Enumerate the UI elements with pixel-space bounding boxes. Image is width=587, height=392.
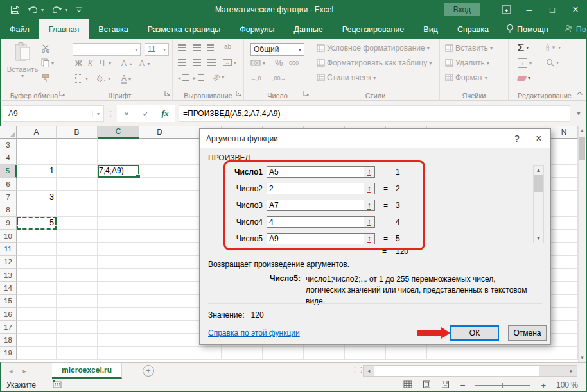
cell-A13[interactable] xyxy=(17,269,57,282)
cell-G19[interactable] xyxy=(263,347,304,360)
horizontal-scrollbar[interactable]: ◂ ▸ xyxy=(363,365,577,377)
wrap-text-button[interactable]: ab xyxy=(224,43,231,50)
dialog-scroll-up-icon[interactable]: ▲ xyxy=(534,166,543,175)
zoom-slider[interactable] xyxy=(475,385,530,386)
cell-D3[interactable] xyxy=(139,139,180,151)
row-header-15[interactable]: 15 xyxy=(0,295,17,308)
row-header-6[interactable]: 6 xyxy=(0,178,17,191)
decrease-decimal-button[interactable]: ,00→ xyxy=(272,75,286,81)
cell-C5[interactable]: 7;4;A9) xyxy=(98,165,139,178)
copy-button[interactable]: ▾ xyxy=(41,58,54,67)
cell-A9[interactable]: 5 xyxy=(17,217,57,230)
cell-C17[interactable] xyxy=(98,321,139,334)
scroll-up-icon[interactable]: ▲ xyxy=(579,126,586,135)
name-box-dropdown-icon[interactable]: ▾ xyxy=(92,111,103,117)
tab-разметка-страницы[interactable]: Разметка страницы xyxy=(138,19,230,39)
tab-данные[interactable]: Данные xyxy=(285,19,333,39)
cell-N7[interactable] xyxy=(550,191,578,203)
ok-button[interactable]: ОК xyxy=(450,325,499,341)
cell-A19[interactable] xyxy=(17,347,57,360)
cell-C15[interactable] xyxy=(98,295,139,308)
italic-button[interactable]: К xyxy=(88,59,92,68)
cell-B12[interactable] xyxy=(57,256,98,269)
cell-C16[interactable] xyxy=(98,308,139,321)
cell-D16[interactable] xyxy=(139,308,180,321)
cell-C9[interactable] xyxy=(98,217,139,230)
styles-item-2[interactable]: Стили ячеек▾ xyxy=(317,73,376,82)
cell-C6[interactable] xyxy=(98,178,139,191)
cell-C7[interactable] xyxy=(98,191,139,203)
minimize-button[interactable]: ─ xyxy=(518,0,541,19)
row-header-13[interactable]: 13 xyxy=(0,269,17,282)
cell-C13[interactable] xyxy=(98,269,139,282)
row-header-10[interactable]: 10 xyxy=(0,230,17,243)
share-button[interactable]: Поделиться xyxy=(556,19,587,39)
percent-style-button[interactable]: % xyxy=(275,58,283,68)
cell-A12[interactable] xyxy=(17,256,57,269)
undo-dropdown-icon[interactable]: ▾ xyxy=(41,7,44,13)
cell-A8[interactable] xyxy=(17,203,57,216)
increase-indent-icon[interactable]: ▸ xyxy=(193,74,204,81)
zoom-out-icon[interactable]: − xyxy=(460,380,465,390)
align-center-icon[interactable] xyxy=(193,59,201,66)
scroll-down-icon[interactable]: ▼ xyxy=(579,353,586,362)
cell-D13[interactable] xyxy=(139,269,180,282)
row-header-8[interactable]: 8 xyxy=(0,203,17,216)
cell-A10[interactable] xyxy=(17,230,57,243)
ribbon-display-options-icon[interactable] xyxy=(495,0,518,19)
customize-qat-icon[interactable] xyxy=(75,6,83,13)
insert-function-icon[interactable]: fx xyxy=(155,105,175,122)
cell-D7[interactable] xyxy=(139,191,180,203)
name-box[interactable]: A9▾ xyxy=(3,105,104,122)
row-header-11[interactable]: 11 xyxy=(0,243,17,255)
font-color-button[interactable]: А▾ xyxy=(121,74,131,84)
fill-button[interactable]: ↓▾ xyxy=(518,58,532,68)
tab-вид[interactable]: Вид xyxy=(414,19,448,39)
cell-D17[interactable] xyxy=(139,321,180,334)
prev-sheet-icon[interactable]: ◂ xyxy=(9,367,13,375)
accounting-format-button[interactable]: ▾ xyxy=(250,59,265,67)
paste-button[interactable]: Вставить ▾ xyxy=(6,42,39,79)
tab-splitter-handle[interactable]: ⋮⋮ xyxy=(351,366,364,374)
cell-B18[interactable] xyxy=(57,334,98,346)
sheet-tab[interactable]: microexcel.ru xyxy=(52,363,122,379)
cell-B8[interactable] xyxy=(57,203,98,216)
cell-N4[interactable] xyxy=(550,151,578,164)
font-name-combobox[interactable]: ▾ xyxy=(73,43,141,56)
cell-C12[interactable] xyxy=(98,256,139,269)
cell-L19[interactable] xyxy=(468,347,509,360)
tab-формулы[interactable]: Формулы xyxy=(230,19,284,39)
column-header-D[interactable]: D xyxy=(139,126,180,139)
undo-icon[interactable] xyxy=(28,5,39,14)
decrease-indent-icon[interactable]: ◂ xyxy=(178,74,189,81)
comma-style-button[interactable]: 000 xyxy=(289,60,299,66)
cell-B16[interactable] xyxy=(57,308,98,321)
redo-icon[interactable] xyxy=(51,5,62,14)
tab-рецензирование[interactable]: Рецензирование xyxy=(333,19,414,39)
sign-in-button[interactable]: Вход xyxy=(444,3,480,16)
save-icon[interactable] xyxy=(10,5,20,15)
row-header-5[interactable]: 5 xyxy=(0,165,17,178)
number-dialog-launcher-icon[interactable] xyxy=(303,89,309,98)
clear-button[interactable]: ▾ xyxy=(518,75,530,81)
cell-C14[interactable] xyxy=(98,282,139,294)
column-header-A[interactable]: A xyxy=(17,126,57,139)
cell-B4[interactable] xyxy=(57,151,98,164)
cells-item-1[interactable]: Удалить▾ xyxy=(445,58,489,67)
cell-B5[interactable] xyxy=(57,165,98,178)
cell-F19[interactable] xyxy=(222,347,263,360)
cell-C3[interactable] xyxy=(98,139,139,151)
cell-J19[interactable] xyxy=(386,347,427,360)
cell-B7[interactable] xyxy=(57,191,98,203)
formula-input[interactable]: =ПРОИЗВЕД(A5;2;A7;4;A9) xyxy=(179,105,570,122)
cell-N13[interactable] xyxy=(550,269,578,282)
vertical-scrollbar-thumb[interactable] xyxy=(579,137,585,160)
cell-N16[interactable] xyxy=(550,308,578,321)
cell-D19[interactable] xyxy=(139,347,180,360)
cell-N3[interactable] xyxy=(550,139,578,151)
dialog-title[interactable]: Аргументы функции xyxy=(200,129,550,148)
collapse-dialog-icon[interactable]: ↑ xyxy=(364,183,375,194)
bold-button[interactable]: Ж xyxy=(75,59,82,68)
function-help-link[interactable]: Справка по этой функции xyxy=(208,328,300,337)
collapse-dialog-icon[interactable]: ↑ xyxy=(364,200,375,211)
